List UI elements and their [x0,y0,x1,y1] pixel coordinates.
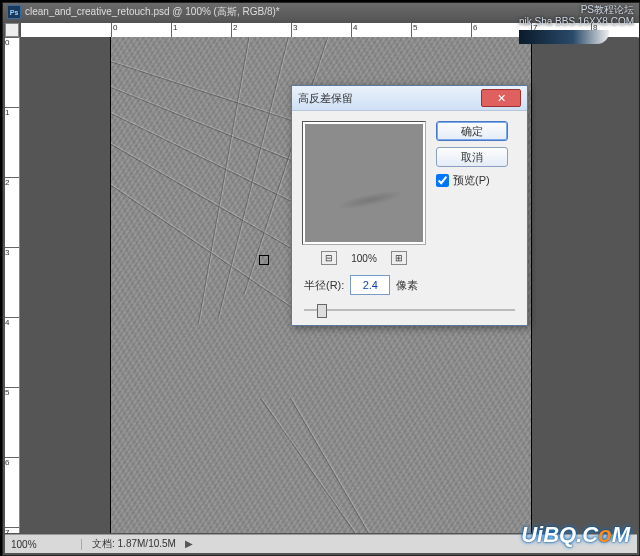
ruler-tick: 2 [231,23,237,37]
watermark-text: o [598,522,611,547]
ruler-tick: 4 [5,317,19,327]
ok-button[interactable]: 确定 [436,121,508,141]
preview-checkbox[interactable] [436,174,449,187]
dialog-close-button[interactable]: ✕ [481,89,521,107]
radius-unit: 像素 [396,278,418,293]
watermark-text: nik Sha [519,16,552,27]
watermark-text: PS教程论坛 [519,4,634,16]
slider-track [304,309,515,311]
watermark-text: UiBQ.C [521,522,598,547]
filter-preview[interactable] [302,121,426,245]
ruler-tick: 5 [411,23,417,37]
watermark-bottom: UiBQ.CoM [521,522,630,548]
ruler-tick: 0 [5,37,19,47]
ruler-tick: 1 [171,23,177,37]
ruler-origin[interactable] [5,23,19,37]
preview-zoom-value: 100% [351,253,377,264]
plus-icon: ⊞ [395,253,403,263]
ruler-tick: 6 [471,23,477,37]
preview-checkbox-row[interactable]: 预览(P) [436,173,517,188]
watermark-text: BBS.16XX8.COM [555,16,634,27]
status-doc-value: 1.87M/10.5M [118,538,176,549]
radius-label: 半径(R): [304,278,344,293]
status-zoom[interactable]: 100% [5,539,82,550]
app-icon: Ps [7,5,21,19]
dialog-titlebar[interactable]: 高反差保留 ✕ [292,86,527,111]
close-icon: ✕ [497,92,506,105]
ruler-tick: 0 [111,23,117,37]
ruler-tick: 3 [291,23,297,37]
minus-icon: ⊟ [325,253,333,263]
ruler-tick: 3 [5,247,19,257]
ruler-tick: 1 [5,107,19,117]
chevron-right-icon[interactable]: ▶ [185,538,193,549]
zoom-in-button[interactable]: ⊞ [391,251,407,265]
slider-thumb[interactable] [317,304,327,318]
radius-input[interactable] [350,275,390,295]
document-title: clean_and_creative_retouch.psd @ 100% (高… [25,5,280,19]
ruler-vertical[interactable]: 0 1 2 3 4 5 6 7 [5,37,20,533]
ruler-tick: 6 [5,457,19,467]
preview-checkbox-label: 预览(P) [453,173,490,188]
cancel-button[interactable]: 取消 [436,147,508,167]
watermark-text: M [612,522,630,547]
dialog-title: 高反差保留 [298,91,481,106]
watermark-top: PS教程论坛 nik Sha BBS.16XX8.COM [519,4,634,44]
zoom-out-button[interactable]: ⊟ [321,251,337,265]
status-doc-label: 文档: [92,538,115,549]
high-pass-dialog: 高反差保留 ✕ ⊟ 100% ⊞ 确定 取消 预览(P) [291,85,528,326]
radius-slider[interactable] [304,307,515,313]
sample-marker[interactable] [259,255,269,265]
ruler-tick: 4 [351,23,357,37]
swoosh-icon [519,30,609,44]
ruler-tick: 5 [5,387,19,397]
ruler-tick: 2 [5,177,19,187]
